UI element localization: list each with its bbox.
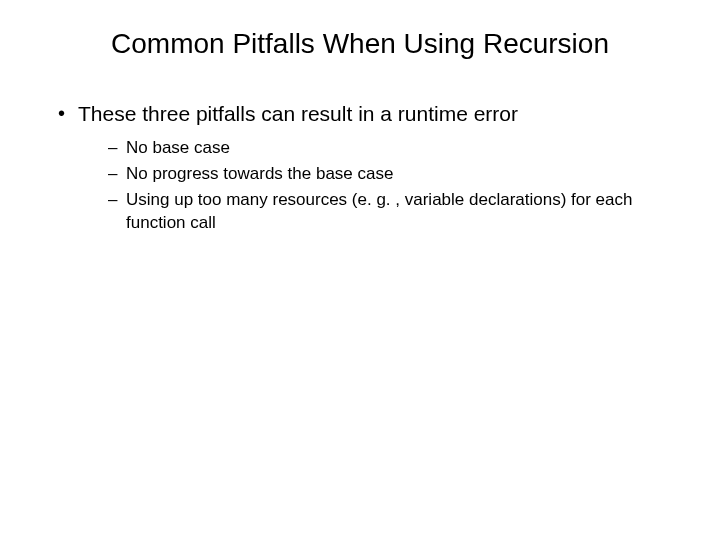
list-item: Using up too many resources (e. g. , var…: [108, 189, 690, 235]
bullet-text: These three pitfalls can result in a run…: [78, 102, 518, 125]
bullet-text: No progress towards the base case: [126, 164, 393, 183]
slide: Common Pitfalls When Using Recursion The…: [0, 0, 720, 540]
bullet-text: Using up too many resources (e. g. , var…: [126, 190, 632, 232]
list-item: No progress towards the base case: [108, 163, 690, 186]
slide-title: Common Pitfalls When Using Recursion: [70, 28, 650, 60]
bullet-text: No base case: [126, 138, 230, 157]
list-item: These three pitfalls can result in a run…: [58, 100, 690, 235]
bullet-list-level2: No base case No progress towards the bas…: [78, 137, 690, 235]
list-item: No base case: [108, 137, 690, 160]
bullet-list-level1: These three pitfalls can result in a run…: [30, 100, 690, 235]
